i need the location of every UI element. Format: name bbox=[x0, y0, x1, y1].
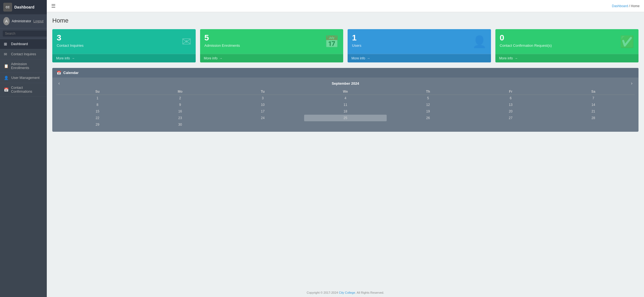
cal-day-23[interactable]: 23 bbox=[139, 115, 221, 121]
stat-card-info-3: 0 Contact Confirmation Request(s) bbox=[500, 34, 552, 48]
cal-day-24[interactable]: 24 bbox=[222, 115, 304, 121]
cal-header-Fr: Fr bbox=[469, 89, 552, 95]
cal-day-empty bbox=[304, 121, 387, 128]
cal-day-13[interactable]: 13 bbox=[469, 101, 552, 108]
cal-day-30[interactable]: 30 bbox=[139, 121, 221, 128]
stat-label-0: Contact Inquiries bbox=[57, 43, 84, 48]
sidebar-item-admission-enrollments[interactable]: 📋Admission Enrollments bbox=[0, 59, 47, 73]
stat-label-2: Users bbox=[352, 43, 361, 48]
cal-day-10[interactable]: 10 bbox=[222, 101, 304, 108]
calendar-icon: 📅 bbox=[57, 71, 61, 75]
sidebar-item-dashboard[interactable]: ⊞Dashboard bbox=[0, 39, 47, 49]
main-content: ☰ Dashboard / Home Home 3 Contact Inquir… bbox=[47, 0, 644, 297]
cal-day-19[interactable]: 19 bbox=[387, 108, 469, 115]
cal-day-4[interactable]: 4 bbox=[304, 95, 387, 102]
cal-day-27[interactable]: 27 bbox=[469, 115, 552, 121]
sidebar-username: Administrator bbox=[12, 19, 31, 23]
stat-card-info-2: 1 Users bbox=[352, 34, 361, 48]
cal-day-21[interactable]: 21 bbox=[552, 108, 635, 115]
stat-card-body-2: 1 Users 👤 bbox=[348, 29, 491, 54]
calendar-month-title: September 2024 bbox=[332, 81, 359, 86]
cal-week-3: 22232425262728 bbox=[56, 115, 635, 121]
cal-day-empty bbox=[387, 121, 469, 128]
cal-header-Mo: Mo bbox=[139, 89, 221, 95]
stat-card-2: 1 Users 👤 More info → bbox=[348, 29, 491, 62]
breadcrumb-home[interactable]: Dashboard bbox=[612, 4, 628, 8]
cal-day-26[interactable]: 26 bbox=[387, 115, 469, 121]
cal-day-15[interactable]: 15 bbox=[56, 108, 139, 115]
stat-footer-1[interactable]: More info → bbox=[200, 54, 343, 62]
stat-label-3: Contact Confirmation Request(s) bbox=[500, 43, 552, 48]
breadcrumb: Dashboard / Home bbox=[612, 4, 640, 8]
footer: Copyright © 2017-2024 City College. All … bbox=[47, 288, 644, 297]
stat-icon-0: ✉ bbox=[182, 35, 191, 48]
cal-day-29[interactable]: 29 bbox=[56, 121, 139, 128]
stat-label-1: Admission Enrolments bbox=[204, 43, 240, 48]
page-content: Home 3 Contact Inquiries ✉ More info → 5… bbox=[47, 12, 644, 288]
search-wrapper: 🔍 bbox=[0, 28, 47, 39]
footer-company-link[interactable]: City College bbox=[339, 291, 355, 294]
cal-day-3[interactable]: 3 bbox=[222, 95, 304, 102]
footer-rights: . All Rights Reserved. bbox=[355, 291, 384, 294]
cal-day-28[interactable]: 28 bbox=[552, 115, 635, 121]
cal-week-1: 891011121314 bbox=[56, 101, 635, 108]
more-info-label-0: More info bbox=[56, 56, 70, 60]
nav-label-admission-enrollments: Admission Enrollments bbox=[11, 62, 43, 70]
more-info-arrow-0: → bbox=[72, 56, 75, 60]
stat-footer-3[interactable]: More info → bbox=[495, 54, 639, 62]
breadcrumb-separator: / bbox=[629, 4, 631, 8]
avatar: A bbox=[3, 17, 10, 25]
cal-day-2[interactable]: 2 bbox=[139, 95, 221, 102]
stat-footer-2[interactable]: More info → bbox=[348, 54, 491, 62]
cal-day-18[interactable]: 18 bbox=[304, 108, 387, 115]
stat-card-0: 3 Contact Inquiries ✉ More info → bbox=[52, 29, 196, 62]
cal-day-14[interactable]: 14 bbox=[552, 101, 635, 108]
cal-day-20[interactable]: 20 bbox=[469, 108, 552, 115]
cal-header-Sa: Sa bbox=[552, 89, 635, 95]
stat-number-1: 5 bbox=[204, 34, 240, 42]
calendar-prev-button[interactable]: ‹ bbox=[56, 80, 62, 86]
cal-day-7[interactable]: 7 bbox=[552, 95, 635, 102]
topbar: ☰ Dashboard / Home bbox=[47, 0, 644, 12]
nav-icon-contact-confirmations: 📅 bbox=[4, 87, 8, 92]
stat-card-1: 5 Admission Enrolments 📅 More info → bbox=[200, 29, 343, 62]
cal-header-We: We bbox=[304, 89, 387, 95]
stat-icon-3: ✅ bbox=[620, 35, 634, 48]
nav-label-user-management: User Management bbox=[11, 76, 40, 80]
cal-day-25[interactable]: 25 bbox=[304, 115, 387, 121]
stat-number-2: 1 bbox=[352, 34, 361, 42]
breadcrumb-current: Home bbox=[631, 4, 640, 8]
cal-day-17[interactable]: 17 bbox=[222, 108, 304, 115]
stat-footer-0[interactable]: More info → bbox=[52, 54, 196, 62]
cal-day-6[interactable]: 6 bbox=[469, 95, 552, 102]
cal-day-9[interactable]: 9 bbox=[139, 101, 221, 108]
more-info-arrow-3: → bbox=[515, 56, 518, 60]
stat-cards: 3 Contact Inquiries ✉ More info → 5 Admi… bbox=[52, 29, 638, 62]
calendar-next-button[interactable]: › bbox=[629, 80, 635, 86]
cal-day-12[interactable]: 12 bbox=[387, 101, 469, 108]
cal-day-16[interactable]: 16 bbox=[139, 108, 221, 115]
sidebar-item-contact-inquiries[interactable]: ✉Contact Inquires bbox=[0, 49, 47, 59]
more-info-arrow-1: → bbox=[219, 56, 223, 60]
nav-icon-admission-enrollments: 📋 bbox=[4, 64, 8, 68]
cal-day-11[interactable]: 11 bbox=[304, 101, 387, 108]
cal-day-22[interactable]: 22 bbox=[56, 115, 139, 121]
cal-day-5[interactable]: 5 bbox=[387, 95, 469, 102]
stat-card-body-1: 5 Admission Enrolments 📅 bbox=[200, 29, 343, 54]
sidebar-user: A Administrator Logout bbox=[0, 14, 47, 28]
calendar-header-label: Calendar bbox=[63, 71, 79, 75]
cal-day-empty bbox=[222, 121, 304, 128]
cal-day-1[interactable]: 1 bbox=[56, 95, 139, 102]
sidebar-item-contact-confirmations[interactable]: 📅Contact Confirmations bbox=[0, 83, 47, 97]
nav-icon-dashboard: ⊞ bbox=[4, 42, 8, 46]
cal-day-8[interactable]: 8 bbox=[56, 101, 139, 108]
nav-label-contact-inquiries: Contact Inquires bbox=[11, 52, 36, 56]
hamburger-icon[interactable]: ☰ bbox=[51, 3, 56, 9]
stat-icon-1: 📅 bbox=[324, 35, 339, 48]
sidebar-item-user-management[interactable]: 👤User Management bbox=[0, 73, 47, 83]
more-info-label-3: More info bbox=[499, 56, 513, 60]
calendar-body: ‹ September 2024 › SuMoTuWeThFrSa 123456… bbox=[52, 78, 638, 132]
search-input[interactable] bbox=[3, 31, 48, 37]
logout-button[interactable]: Logout bbox=[33, 19, 43, 23]
cal-day-empty bbox=[469, 121, 552, 128]
